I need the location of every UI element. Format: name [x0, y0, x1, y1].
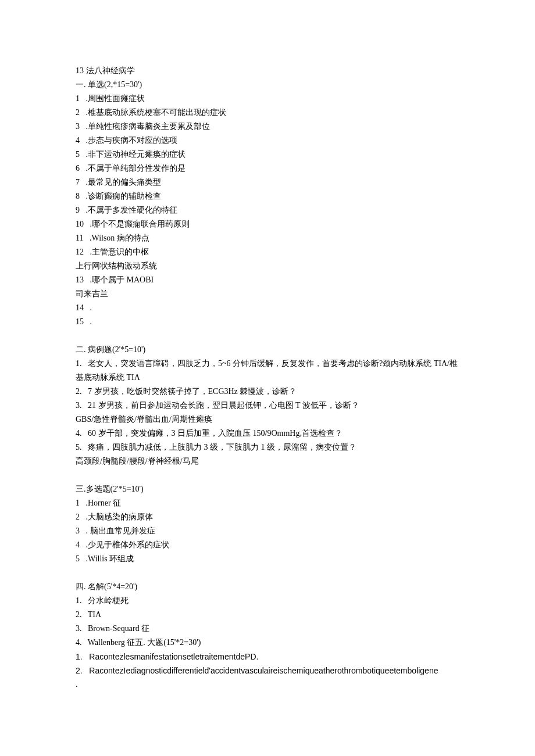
document-page: 13 法八神经病学 一. 单选(2,*15=30') 1 .周围性面瘫症状 2 … [0, 0, 535, 726]
section-4-item: 2. RacontezIediagnosticdifferentield'acc… [76, 664, 465, 678]
section-4-item: 2. TIA [76, 608, 465, 622]
section-2-item: 2. 7 岁男孩，吃饭时突然筷子掉了，ECG3Hz 棘慢波，诊断？ [76, 385, 465, 399]
section-3-item: 3 . 脑出血常见并发症 [76, 524, 465, 538]
section-1-item: 9 .不属于多发性硬化的特征 [76, 203, 465, 217]
section-4-item: . [76, 678, 465, 691]
section-1-item: 11 .Wilson 病的特点 [76, 231, 465, 245]
section-1-item: 7 .最常见的偏头痛类型 [76, 175, 465, 189]
section-4-item: 1. 分水岭梗死 [76, 594, 465, 608]
section-2-item: 5. 疼痛，四肢肌力减低，上肢肌力 3 级，下肢肌力 1 级，尿潴留，病变位置？ [76, 440, 465, 454]
section-3-header: 三.多选题(2'*5=10') [76, 482, 465, 496]
section-1-item: 6 .不属于单纯部分性发作的是 [76, 162, 465, 175]
section-2-item: 3. 21 岁男孩，前日参加运动会长跑，翌日晨起低钾，心电图 T 波低平，诊断？ [76, 399, 465, 413]
section-1-item: 10 .哪个不是癫痫联合用药原则 [76, 217, 465, 231]
section-1-item: 5 .非下运动神经元瘫痪的症状 [76, 148, 465, 162]
section-1-item: 3 .单纯性疱疹病毒脑炎主要累及部位 [76, 120, 465, 134]
section-1-item: 4 .步态与疾病不对应的选项 [76, 134, 465, 148]
section-1-item: 14 . [76, 301, 465, 315]
section-4-item: 1. Racontezlesmanifestationsetletraiteme… [76, 650, 465, 664]
section-4-header: 四. 名解(5'*4=20') [76, 580, 465, 594]
section-1-item: 12 .主管意识的中枢 [76, 245, 465, 259]
section-1-item: 司来吉兰 [76, 287, 465, 301]
section-3-item: 5 .Willis 环组成 [76, 552, 465, 566]
section-2-header: 二. 病例题(2'*5=10') [76, 343, 465, 357]
section-2-item: 高颈段/胸髓段/腰段/脊神经根/马尾 [76, 454, 465, 468]
spacer [76, 566, 465, 580]
section-3-item: 1 .Horner 征 [76, 496, 465, 510]
section-1-item: 15 . [76, 315, 465, 329]
section-1-item: 上行网状结构激动系统 [76, 259, 465, 273]
section-1-item: 1 .周围性面瘫症状 [76, 92, 465, 106]
spacer [76, 468, 465, 482]
section-4-item: 4. Wallenberg 征五. 大题(15'*2=30') [76, 636, 465, 650]
document-title: 13 法八神经病学 [76, 64, 465, 78]
section-3-item: 4 .少见于椎体外系的症状 [76, 538, 465, 552]
section-2-item: GBS/急性脊髓炎/脊髓出血/周期性瘫痪 [76, 413, 465, 427]
section-4-item: 3. Brown-Sequard 征 [76, 622, 465, 636]
section-1-item: 2 .椎基底动脉系统梗塞不可能出现的症状 [76, 106, 465, 120]
section-3-item: 2 .大脑感染的病原体 [76, 510, 465, 524]
spacer [76, 329, 465, 343]
section-1-item: 8 .诊断癫痫的辅助检查 [76, 189, 465, 203]
section-2-item: 1. 老女人，突发语言障碍，四肢乏力，5~6 分钟后缓解，反复发作，首要考虑的诊… [76, 357, 465, 385]
section-2-item: 4. 60 岁干部，突发偏瘫，3 日后加重，入院血压 150/9OmmHg,首选… [76, 427, 465, 440]
section-1-header: 一. 单选(2,*15=30') [76, 78, 465, 92]
section-1-item: 13 .哪个属于 MAOBI [76, 273, 465, 287]
